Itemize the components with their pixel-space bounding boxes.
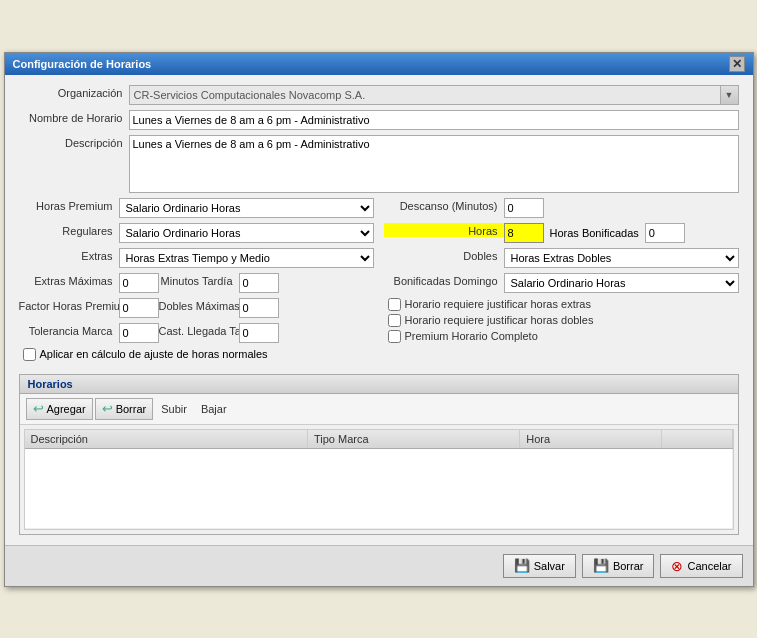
extras-maximas-row: Extras Máximas Minutos Tardía: [19, 273, 374, 293]
config-window: Configuración de Horarios ✕ Organización…: [4, 52, 754, 587]
org-dropdown[interactable]: CR-Servicios Computacionales Novacomp S.…: [129, 85, 739, 105]
extras-select[interactable]: Horas Extras Tiempo y Medio: [119, 248, 374, 268]
col-tipo-marca: Tipo Marca: [308, 430, 520, 449]
org-label: Organización: [19, 85, 129, 99]
check3-label: Premium Horario Completo: [405, 330, 538, 342]
horarios-table-container: Descripción Tipo Marca Hora: [24, 429, 734, 530]
extras-maximas-input[interactable]: [119, 273, 159, 293]
horarios-table: Descripción Tipo Marca Hora: [25, 430, 733, 529]
horarios-section: Horarios ↩ Agregar ↩ Borrar Subir Bajar: [19, 374, 739, 535]
check3-checkbox[interactable]: [388, 330, 401, 343]
regulares-select[interactable]: Salario Ordinario Horas: [119, 223, 374, 243]
dobles-maximas-label: Dobles Máximas: [159, 298, 239, 312]
nombre-input[interactable]: [129, 110, 739, 130]
borrar-toolbar-button[interactable]: ↩ Borrar: [95, 398, 154, 420]
org-row: Organización CR-Servicios Computacionale…: [19, 85, 739, 105]
nombre-label: Nombre de Horario: [19, 110, 129, 124]
check3-row: Premium Horario Completo: [388, 330, 739, 343]
col-empty: [661, 430, 732, 449]
horas-bonificadas-label: Horas Bonificadas: [548, 227, 641, 239]
extras-row: Extras Horas Extras Tiempo y Medio: [19, 248, 374, 268]
checkboxes-area: Horario requiere justificar horas extras…: [384, 298, 739, 343]
minutos-tardia-input[interactable]: [239, 273, 279, 293]
horas-premium-select[interactable]: Salario Ordinario Horas: [119, 198, 374, 218]
salvar-button[interactable]: 💾 Salvar: [503, 554, 576, 578]
horarios-title: Horarios: [20, 375, 738, 394]
borrar-toolbar-icon: ↩: [102, 401, 113, 416]
bonificadas-domingo-label: Bonificadas Domingo: [384, 273, 504, 287]
horas-premium-label: Horas Premium: [19, 198, 119, 212]
horarios-table-body: [25, 448, 733, 528]
desc-label: Descripción: [19, 135, 129, 149]
extras-label: Extras: [19, 248, 119, 262]
cancelar-icon: ⊗: [671, 558, 683, 574]
left-column: Horas Premium Salario Ordinario Horas Re…: [19, 198, 374, 366]
org-value: CR-Servicios Computacionales Novacomp S.…: [130, 85, 720, 105]
close-button[interactable]: ✕: [729, 56, 745, 72]
cast-llegada-input[interactable]: [239, 323, 279, 343]
dobles-row: Dobles Horas Extras Dobles: [384, 248, 739, 268]
regulares-row: Regulares Salario Ordinario Horas: [19, 223, 374, 243]
descanso-row: Descanso (Minutos): [384, 198, 739, 218]
check1-row: Horario requiere justificar horas extras: [388, 298, 739, 311]
factor-horas-input[interactable]: [119, 298, 159, 318]
horas-bonificadas-input[interactable]: [645, 223, 685, 243]
bonificadas-domingo-select[interactable]: Salario Ordinario Horas: [504, 273, 739, 293]
aplicar-checkbox[interactable]: [23, 348, 36, 361]
descanso-label: Descanso (Minutos): [384, 198, 504, 212]
check1-label: Horario requiere justificar horas extras: [405, 298, 591, 310]
horas-label: Horas: [384, 223, 504, 237]
bonificadas-domingo-row: Bonificadas Domingo Salario Ordinario Ho…: [384, 273, 739, 293]
agregar-icon: ↩: [33, 401, 44, 416]
col-hora: Hora: [520, 430, 662, 449]
dobles-maximas-input[interactable]: [239, 298, 279, 318]
save-icon: 💾: [514, 558, 530, 573]
tolerancia-row: Tolerancia Marca Cast. Llegada Tardía: [19, 323, 374, 343]
agregar-button[interactable]: ↩ Agregar: [26, 398, 93, 420]
horas-row: Horas Horas Bonificadas: [384, 223, 739, 243]
horas-input[interactable]: [504, 223, 544, 243]
cast-llegada-label: Cast. Llegada Tardía: [159, 323, 239, 337]
dobles-select[interactable]: Horas Extras Dobles: [504, 248, 739, 268]
factor-horas-row: Factor Horas Premium Dobles Máximas: [19, 298, 374, 318]
descanso-input[interactable]: [504, 198, 544, 218]
desc-textarea[interactable]: Lunes a Viernes de 8 am a 6 pm - Adminis…: [129, 135, 739, 193]
borrar-icon: 💾: [593, 558, 609, 573]
empty-row: [25, 448, 733, 528]
minutos-tardia-label: Minutos Tardía: [159, 273, 239, 287]
bajar-button[interactable]: Bajar: [195, 401, 233, 417]
aplicar-row: Aplicar en cálculo de ajuste de horas no…: [19, 348, 374, 361]
horarios-toolbar: ↩ Agregar ↩ Borrar Subir Bajar: [20, 394, 738, 425]
desc-row: Descripción Lunes a Viernes de 8 am a 6 …: [19, 135, 739, 193]
check2-checkbox[interactable]: [388, 314, 401, 327]
window-title: Configuración de Horarios: [13, 58, 152, 70]
nombre-row: Nombre de Horario: [19, 110, 739, 130]
right-column: Descanso (Minutos) Horas Horas Bonificad…: [384, 198, 739, 366]
check2-label: Horario requiere justificar horas dobles: [405, 314, 594, 326]
two-col-section: Horas Premium Salario Ordinario Horas Re…: [19, 198, 739, 366]
subir-button[interactable]: Subir: [155, 401, 193, 417]
aplicar-label: Aplicar en cálculo de ajuste de horas no…: [40, 348, 268, 360]
regulares-label: Regulares: [19, 223, 119, 237]
check1-checkbox[interactable]: [388, 298, 401, 311]
title-bar: Configuración de Horarios ✕: [5, 53, 753, 75]
dobles-label: Dobles: [384, 248, 504, 262]
check2-row: Horario requiere justificar horas dobles: [388, 314, 739, 327]
tolerancia-input[interactable]: [119, 323, 159, 343]
org-arrow-icon[interactable]: ▼: [720, 86, 738, 104]
extras-maximas-label: Extras Máximas: [19, 273, 119, 287]
horas-premium-row: Horas Premium Salario Ordinario Horas: [19, 198, 374, 218]
factor-horas-label: Factor Horas Premium: [19, 298, 119, 312]
main-content: Organización CR-Servicios Computacionale…: [5, 75, 753, 545]
bottom-bar: 💾 Salvar 💾 Borrar ⊗ Cancelar: [5, 545, 753, 586]
tolerancia-label: Tolerancia Marca: [19, 323, 119, 337]
col-descripcion: Descripción: [25, 430, 308, 449]
cancelar-button[interactable]: ⊗ Cancelar: [660, 554, 742, 578]
table-header-row: Descripción Tipo Marca Hora: [25, 430, 733, 449]
borrar-button[interactable]: 💾 Borrar: [582, 554, 655, 578]
